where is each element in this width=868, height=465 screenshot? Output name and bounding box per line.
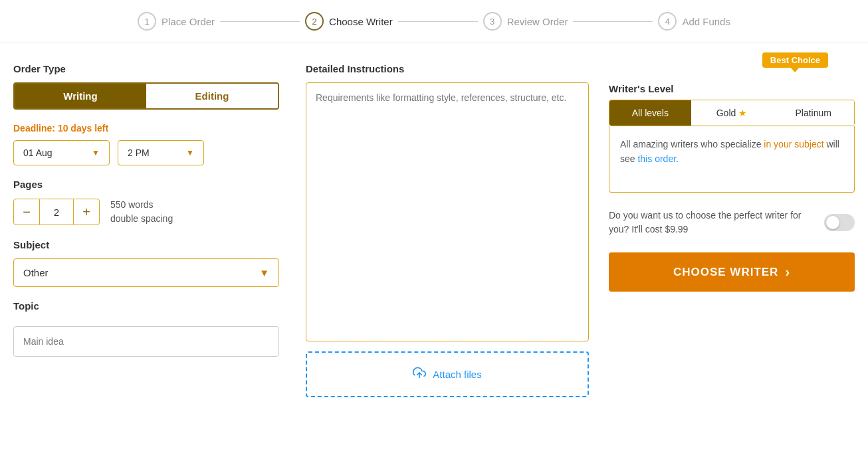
step-1-label: Place Order: [162, 16, 215, 27]
pages-plus-button[interactable]: +: [73, 199, 100, 225]
left-panel: Order Type Writing Editing Deadline: 10 …: [13, 63, 292, 397]
pages-section: Pages − 2 + 550 wordsdouble spacing: [13, 179, 279, 226]
writing-button[interactable]: Writing: [15, 84, 146, 108]
step-3-circle: 3: [483, 12, 502, 31]
tab-all-levels-label: All levels: [632, 108, 669, 118]
tab-platinum-label: Platinum: [795, 108, 831, 118]
desc-highlight: in your subject: [764, 139, 823, 149]
desc-link: this order: [637, 153, 676, 164]
step-3: 3 Review Order: [483, 12, 568, 31]
right-panel: Best Choice Writer's Level All levels Go…: [602, 63, 855, 397]
time-arrow-icon: ▼: [186, 148, 194, 157]
desc-part1: All amazing writers who specialize: [620, 139, 764, 149]
date-select[interactable]: 01 Aug ▼: [13, 140, 110, 165]
step-line-3: [573, 21, 653, 22]
gold-star-icon: ★: [738, 108, 747, 118]
topic-label: Topic: [13, 300, 279, 312]
instructions-label: Detailed Instructions: [306, 63, 589, 74]
subject-section: Subject Other ▼: [13, 239, 279, 287]
stepper: 1 Place Order 2 Choose Writer 3 Review O…: [0, 0, 868, 43]
step-line-2: [398, 21, 478, 22]
tab-gold[interactable]: Gold ★: [691, 100, 773, 126]
choose-writer-chevron-icon: ›: [785, 264, 790, 280]
perfect-writer-text: Do you want us to choose the perfect wri…: [609, 209, 814, 236]
deadline-days: 10 days left: [58, 123, 108, 134]
choose-writer-button[interactable]: CHOOSE WRITER ›: [609, 252, 855, 292]
pages-words: 550 wordsdouble spacing: [110, 198, 173, 226]
step-1: 1 Place Order: [138, 12, 215, 31]
step-2: 2 Choose Writer: [305, 12, 393, 31]
writer-level-label: Writer's Level: [609, 83, 855, 94]
pages-minus-button[interactable]: −: [13, 199, 40, 225]
step-2-label: Choose Writer: [329, 16, 393, 27]
step-line-1: [220, 21, 300, 22]
topic-input[interactable]: [13, 326, 279, 357]
date-value: 01 Aug: [23, 147, 53, 158]
editing-button[interactable]: Editing: [146, 84, 278, 108]
pages-label: Pages: [13, 179, 279, 190]
subject-value: Other: [23, 267, 49, 278]
step-1-circle: 1: [138, 12, 156, 31]
time-select[interactable]: 2 PM ▼: [118, 140, 204, 165]
tab-platinum[interactable]: Platinum: [772, 100, 854, 126]
date-arrow-icon: ▼: [92, 148, 100, 157]
order-type-toggle: Writing Editing: [13, 82, 279, 110]
perfect-writer-row: Do you want us to choose the perfect wri…: [609, 209, 855, 236]
step-3-label: Review Order: [507, 16, 568, 27]
instructions-textarea[interactable]: [306, 82, 589, 341]
attach-files-label: Attach files: [433, 369, 481, 380]
choose-writer-label: CHOOSE WRITER: [673, 266, 778, 279]
perfect-writer-toggle[interactable]: [824, 214, 855, 231]
deadline-row: 01 Aug ▼ 2 PM ▼: [13, 140, 279, 165]
attach-icon: [413, 366, 426, 383]
step-4-label: Add Funds: [682, 16, 730, 27]
middle-panel: Detailed Instructions Attach files: [292, 63, 602, 397]
order-type-label: Order Type: [13, 63, 279, 74]
writer-tabs: All levels Gold ★ Platinum: [609, 100, 855, 126]
deadline-label: Deadline: 10 days left: [13, 123, 279, 134]
step-4-circle: 4: [658, 12, 677, 31]
desc-end: .: [676, 153, 679, 164]
subject-select[interactable]: Other ▼: [13, 258, 279, 287]
tab-all-levels[interactable]: All levels: [609, 100, 691, 126]
subject-arrow-icon: ▼: [259, 267, 269, 278]
topic-section: Topic: [13, 300, 279, 357]
tab-gold-label: Gold: [716, 108, 736, 118]
writer-level-desc: All amazing writers who specialize in yo…: [620, 137, 843, 167]
step-4: 4 Add Funds: [658, 12, 730, 31]
step-2-circle: 2: [305, 12, 324, 31]
subject-label: Subject: [13, 239, 279, 250]
pages-row: − 2 + 550 wordsdouble spacing: [13, 198, 279, 226]
writer-level-box: All amazing writers who specialize in yo…: [609, 126, 855, 193]
best-choice-badge: Best Choice: [762, 52, 828, 68]
attach-files-box[interactable]: Attach files: [306, 351, 589, 397]
pages-count: 2: [40, 199, 73, 225]
main-content: Order Type Writing Editing Deadline: 10 …: [0, 43, 868, 411]
time-value: 2 PM: [128, 147, 150, 158]
